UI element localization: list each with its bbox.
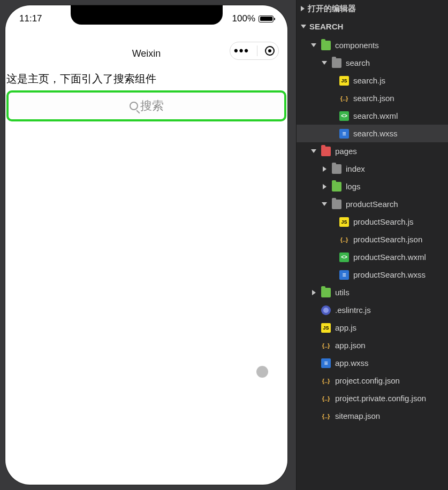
folder-icon bbox=[332, 164, 341, 174]
chevron-right-icon bbox=[301, 6, 305, 11]
chevron-down-icon bbox=[322, 61, 327, 65]
miniapp-nav-bar: Weixin ••• bbox=[5, 41, 287, 66]
file-label: search.wxss bbox=[353, 129, 444, 138]
search-placeholder: 搜索 bbox=[140, 98, 164, 114]
file-label: search.wxml bbox=[353, 111, 444, 120]
file-label: app.json bbox=[335, 341, 444, 350]
more-icon[interactable]: ••• bbox=[234, 45, 249, 57]
file-project-private-config[interactable]: project.private.config.json bbox=[297, 389, 448, 407]
file-label: project.config.json bbox=[335, 376, 444, 385]
file-label: productSearch.js bbox=[353, 217, 444, 226]
close-target-icon[interactable] bbox=[265, 46, 275, 56]
file-label: app.js bbox=[335, 323, 444, 332]
file-eslintrc[interactable]: .eslintrc.js bbox=[297, 301, 448, 319]
file-label: productSearch.wxss bbox=[353, 270, 444, 279]
folder-icon bbox=[321, 41, 331, 50]
folder-label: search bbox=[346, 58, 444, 67]
folder-components[interactable]: components bbox=[297, 36, 448, 54]
js-file-icon bbox=[339, 76, 349, 86]
page-heading: 这是主页，下面引入了搜索组件 bbox=[6, 72, 286, 89]
section-project[interactable]: SEARCH bbox=[297, 18, 448, 35]
eslint-file-icon bbox=[321, 305, 331, 315]
folder-label: pages bbox=[335, 147, 444, 156]
file-project-config[interactable]: project.config.json bbox=[297, 372, 448, 389]
file-label: sitemap.json bbox=[335, 411, 444, 420]
folder-icon bbox=[332, 182, 341, 192]
js-file-icon bbox=[339, 217, 349, 227]
chevron-down-icon bbox=[311, 43, 316, 47]
wxml-file-icon bbox=[339, 111, 349, 121]
json-file-icon bbox=[339, 94, 349, 103]
chevron-right-icon bbox=[323, 184, 326, 189]
nav-title: Weixin bbox=[132, 48, 161, 59]
status-bar: 11:17 100% bbox=[5, 5, 287, 32]
wxss-file-icon bbox=[339, 270, 349, 280]
assistive-touch-icon[interactable] bbox=[256, 366, 268, 378]
js-file-icon bbox=[321, 323, 331, 333]
file-productsearch-json[interactable]: productSearch.json bbox=[297, 231, 448, 248]
phone-frame: 11:17 100% Weixin ••• 这是主页，下面引入了搜索组件 搜索 bbox=[5, 5, 287, 485]
json-file-icon bbox=[321, 411, 331, 421]
folder-label: productSearch bbox=[346, 200, 444, 209]
json-file-icon bbox=[339, 235, 349, 244]
file-productsearch-wxss[interactable]: productSearch.wxss bbox=[297, 266, 448, 284]
folder-icon bbox=[332, 200, 341, 209]
wxss-file-icon bbox=[321, 358, 331, 368]
file-label: productSearch.json bbox=[353, 235, 444, 244]
folder-logs[interactable]: logs bbox=[297, 178, 448, 195]
file-sitemap-json[interactable]: sitemap.json bbox=[297, 407, 448, 425]
file-app-wxss[interactable]: app.wxss bbox=[297, 354, 448, 372]
file-search-json[interactable]: search.json bbox=[297, 89, 448, 107]
folder-search[interactable]: search bbox=[297, 54, 448, 72]
capsule-divider bbox=[257, 45, 257, 56]
status-right: 100% bbox=[232, 13, 274, 24]
file-label: project.private.config.json bbox=[335, 394, 444, 403]
section-project-label: SEARCH bbox=[309, 22, 343, 31]
wxss-file-icon bbox=[339, 129, 349, 139]
search-icon bbox=[130, 102, 138, 110]
json-file-icon bbox=[321, 394, 331, 403]
json-file-icon bbox=[321, 376, 331, 386]
battery-pct: 100% bbox=[232, 13, 255, 24]
capsule-menu[interactable]: ••• bbox=[230, 42, 279, 60]
chevron-down-icon bbox=[311, 149, 316, 153]
file-app-json[interactable]: app.json bbox=[297, 336, 448, 354]
file-productsearch-js[interactable]: productSearch.js bbox=[297, 213, 448, 231]
battery-icon bbox=[259, 16, 274, 22]
folder-productsearch[interactable]: productSearch bbox=[297, 195, 448, 213]
folder-label: logs bbox=[346, 182, 444, 191]
file-label: search.json bbox=[353, 94, 444, 103]
folder-icon bbox=[321, 147, 331, 156]
chevron-down-icon bbox=[322, 202, 327, 206]
section-open-editors[interactable]: 打开的编辑器 bbox=[297, 0, 448, 18]
file-label: app.wxss bbox=[335, 358, 444, 368]
chevron-down-icon bbox=[301, 25, 306, 28]
folder-label: index bbox=[346, 164, 444, 173]
folder-label: components bbox=[335, 41, 444, 50]
folder-utils[interactable]: utils bbox=[297, 284, 448, 301]
file-label: .eslintrc.js bbox=[335, 305, 444, 315]
file-productsearch-wxml[interactable]: productSearch.wxml bbox=[297, 248, 448, 266]
section-open-editors-label: 打开的编辑器 bbox=[308, 4, 356, 14]
search-component[interactable]: 搜索 bbox=[6, 90, 286, 121]
chevron-right-icon bbox=[323, 166, 326, 172]
folder-index[interactable]: index bbox=[297, 160, 448, 178]
file-search-wxml[interactable]: search.wxml bbox=[297, 107, 448, 125]
folder-label: utils bbox=[335, 288, 444, 297]
file-tree: components search search.js search.json … bbox=[297, 35, 448, 425]
folder-icon bbox=[332, 58, 341, 68]
file-search-wxss[interactable]: search.wxss bbox=[297, 125, 448, 142]
file-label: search.js bbox=[353, 76, 444, 85]
folder-icon bbox=[321, 288, 331, 297]
chevron-right-icon bbox=[312, 290, 316, 295]
status-time: 11:17 bbox=[19, 13, 42, 24]
page-body: 这是主页，下面引入了搜索组件 搜索 bbox=[5, 72, 287, 121]
wxml-file-icon bbox=[339, 252, 349, 262]
explorer-panel: 打开的编辑器 SEARCH components search search.j… bbox=[296, 0, 448, 490]
file-label: productSearch.wxml bbox=[353, 252, 444, 262]
json-file-icon bbox=[321, 341, 331, 350]
file-search-js[interactable]: search.js bbox=[297, 72, 448, 89]
file-app-js[interactable]: app.js bbox=[297, 319, 448, 336]
simulator-pane: 11:17 100% Weixin ••• 这是主页，下面引入了搜索组件 搜索 bbox=[0, 0, 296, 490]
folder-pages[interactable]: pages bbox=[297, 142, 448, 160]
